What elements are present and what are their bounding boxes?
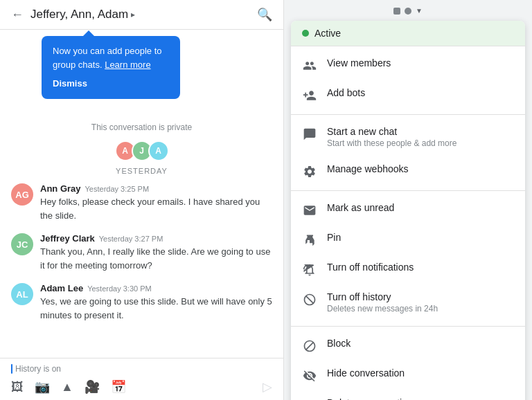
message-time: Yesterday 3:25 PM [85,185,150,193]
delete-conversation-item[interactable]: Delete conversation [291,390,525,400]
start-new-chat-sub: Start with these people & add more [327,138,514,149]
active-label: Active [314,28,341,39]
drive-icon[interactable]: ▲ [61,380,73,394]
bottom-bar: History is on 🖼 📷 ▲ 🎥 📅 ▷ [0,358,283,400]
mark-unread-item[interactable]: Mark as unread [291,195,525,225]
manage-webhooks-item[interactable]: Manage webhooks [291,156,525,186]
yesterday-label: YESTERDAY [0,167,283,175]
turn-off-notifications-label: Turn off notifications [327,262,514,273]
message-time: Yesterday 3:27 PM [99,235,163,243]
view-members-content: View members [327,57,514,69]
turn-off-history-sub: Deletes new messages in 24h [327,303,514,315]
private-label: This conversation is private [0,120,283,135]
menu-section-1: View members Add bots [291,46,525,115]
title-arrow: ▸ [131,10,135,19]
add-bots-label: Add bots [327,87,514,98]
start-new-chat-label: Start a new chat [327,126,514,137]
add-bots-item[interactable]: Add bots [291,80,525,110]
unread-icon [302,203,317,218]
message-item: AL Adam Lee Yesterday 3:30 PM Yes, we ar… [11,283,272,322]
video-icon[interactable]: 🎥 [85,379,100,394]
turn-off-notifications-item[interactable]: Turn off notifications [291,255,525,284]
hide-icon [302,368,317,383]
calendar-icon[interactable]: 📅 [111,379,126,394]
block-icon [302,338,317,354]
chat-header: ← Jeffery, Ann, Adam ▸ 🔍 [0,0,283,30]
message-content: Ann Gray Yesterday 3:25 PM Hey folks, pl… [40,183,272,222]
top-dots-bar: ▼ [284,0,532,21]
message-text: Hey folks, please check your emails. I h… [40,195,272,222]
pin-item[interactable]: Pin [291,225,525,255]
avatar: AG [11,183,33,206]
right-panel: ▼ Active View members Ad [284,0,532,400]
bell-off-icon [302,262,317,278]
pin-content: Pin [327,232,514,243]
block-label: Block [327,338,514,349]
message-header: Adam Lee Yesterday 3:30 PM [40,283,272,293]
block-item[interactable]: Block [291,331,525,361]
camera-icon[interactable]: 📷 [35,379,50,394]
history-label-text: History is on [15,364,61,374]
pin-icon [302,233,317,248]
person-add-icon [302,88,317,103]
turn-off-history-item[interactable]: Turn off history Deletes new messages in… [291,284,525,322]
delete-conversation-label: Delete conversation [327,397,514,400]
back-button[interactable]: ← [11,8,24,22]
chat-title: Jeffery, Ann, Adam ▸ [30,8,250,21]
sender-name: Jeffrey Clark [40,233,95,244]
manage-webhooks-label: Manage webhooks [327,163,514,174]
message-time: Yesterday 3:30 PM [87,284,152,293]
block-content: Block [327,338,514,349]
hide-conversation-label: Hide conversation [327,367,514,379]
message-item: AG Ann Gray Yesterday 3:25 PM Hey folks,… [11,183,272,222]
dot-1 [393,8,400,15]
hide-conversation-content: Hide conversation [327,367,514,379]
search-button[interactable]: 🔍 [257,7,272,22]
turn-off-history-label: Turn off history [327,291,514,302]
message-header: Ann Gray Yesterday 3:25 PM [40,183,272,194]
avatar: JC [11,233,33,255]
menu-section-4: Block Hide conversation Delete conversat… [291,327,525,400]
chat-title-text: Jeffery, Ann, Adam [30,8,128,21]
message-text: Thank you, Ann, I really like the slide.… [40,245,272,272]
sender-name: Ann Gray [40,183,81,194]
message-text: Yes, we are going to use this slide. But… [40,295,272,322]
sender-name: Adam Lee [40,283,83,293]
messages-list: AG Ann Gray Yesterday 3:25 PM Hey folks,… [0,183,283,358]
avatars-row: A J A [0,140,283,161]
history-label: History is on [11,364,272,374]
active-header: Active [291,21,525,46]
pin-label: Pin [327,232,514,243]
avatar-3: A [148,140,169,161]
mark-unread-content: Mark as unread [327,202,514,213]
menu-section-3: Mark as unread Pin Turn off notification… [291,191,525,327]
toolbar: 🖼 📷 ▲ 🎥 📅 ▷ [11,379,272,394]
manage-webhooks-content: Manage webhooks [327,163,514,174]
start-chat-content: Start a new chat Start with these people… [327,126,514,149]
history-off-icon [302,292,317,307]
start-new-chat-item[interactable]: Start a new chat Start with these people… [291,119,525,156]
dismiss-button[interactable]: Dismiss [53,77,169,91]
dropdown-menu: Active View members Add bots [291,21,525,400]
people-icon [302,58,317,73]
image-icon[interactable]: 🖼 [11,380,24,394]
add-bots-content: Add bots [327,87,514,98]
delete-conversation-content: Delete conversation [327,397,514,400]
chevron-down-icon: ▼ [416,7,423,15]
message-item: JC Jeffrey Clark Yesterday 3:27 PM Thank… [11,233,272,272]
active-dot [302,30,309,37]
mark-unread-label: Mark as unread [327,202,514,213]
learn-more-link[interactable]: Learn more [105,60,150,70]
message-content: Jeffrey Clark Yesterday 3:27 PM Thank yo… [40,233,272,272]
send-button[interactable]: ▷ [263,379,272,394]
dot-2 [405,8,411,15]
hide-conversation-item[interactable]: Hide conversation [291,361,525,390]
tooltip-text: Now you can add people to group chats. L… [53,46,162,70]
chat-icon [302,127,317,142]
view-members-item[interactable]: View members [291,51,525,80]
turn-off-notifications-content: Turn off notifications [327,262,514,273]
gear-icon [302,164,317,179]
message-header: Jeffrey Clark Yesterday 3:27 PM [40,233,272,244]
message-content: Adam Lee Yesterday 3:30 PM Yes, we are g… [40,283,272,322]
turn-off-history-content: Turn off history Deletes new messages in… [327,291,514,315]
